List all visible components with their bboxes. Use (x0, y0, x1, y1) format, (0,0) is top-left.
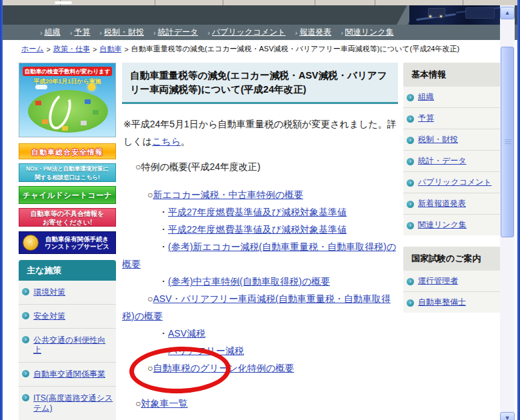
toc-link[interactable]: ASV減税 (168, 328, 205, 339)
nav-link-組織[interactable]: 組織 (45, 27, 61, 38)
sidebar-link-予算[interactable]: 予算 (418, 113, 434, 123)
notice-suffix: 。 (181, 136, 190, 147)
highway-night-photo (409, 5, 508, 25)
tax-change-notice: ※平成24年5月1日から自動車重量税の税額が変更されました。詳しくはこちら。 (123, 115, 397, 150)
list-bullet: ・ (159, 345, 168, 356)
child-seat-banner[interactable]: チャイルドシートコーナー (19, 186, 116, 204)
toc-link[interactable]: 自動車税のグリーン化特例の概要 (153, 363, 294, 373)
arrow-bullet-icon: › (407, 115, 414, 123)
toc-item: ・(参考)新エコカー減税(自動車重量税・自動車取得税)の概要 (122, 238, 398, 273)
nav-link-税制・財投[interactable]: 税制・財投 (104, 27, 144, 38)
nox-pm-banner[interactable]: NOx・PM法と自動車環境対策に 関する相談窓口はこちら! (19, 163, 116, 182)
toc-item: ・平成22年度燃費基準値及び減税対象基準値 (122, 221, 398, 238)
nav-link-関連リンク集[interactable]: 関連リンク集 (345, 27, 394, 38)
sidebar-link-運行管理者[interactable]: 運行管理者 (418, 276, 458, 285)
page-title: 自動車重量税等の減免(エコカー減税・ASV減税・バリアフリー車両減税等)について… (122, 63, 398, 104)
browser-top-strip (3, 0, 517, 5)
breadcrumb-link-政策・仕事[interactable]: 政策・仕事 (53, 44, 90, 54)
defect-banner-line2: お寄せください! (19, 218, 115, 227)
sidebar-link-税制・財投[interactable]: 税制・財投 (418, 135, 458, 144)
toc-text: 特例の概要(平成24年度改正) (141, 161, 260, 172)
toc-link[interactable]: 新エコカー減税・中古車特例の概要 (153, 189, 303, 200)
sidebar-menu-item: ›運行管理者 (403, 271, 505, 291)
nav-item: ›関連リンク集 (341, 27, 394, 38)
sidebar-link-関連リンク集[interactable]: 関連リンク集 (418, 220, 467, 229)
breadcrumb-separator: > (124, 45, 128, 53)
nav-link-パブリックコメント[interactable]: パブリックコメント (212, 27, 286, 38)
kochira-link[interactable]: こちら (152, 136, 181, 147)
toc-item: ○対象車一覧 (122, 395, 398, 412)
toc-item: ・ASV減税 (122, 325, 398, 342)
chevron-icon: › (40, 29, 43, 37)
sidebar-link-環境対策[interactable]: 環境対策 (33, 287, 65, 297)
arrow-bullet-icon: › (22, 370, 29, 377)
main-measures-header: 主な施策 (19, 260, 116, 281)
breadcrumb-current: 自動車重量税等の減免(エコカー減税・ASV減税・バリアフリー車両減税等)について… (131, 44, 459, 54)
arrow-bullet-icon: › (407, 137, 414, 144)
one-stop-service-banner[interactable]: ☝ 自動車保有関係手続き ワンストップサービス (19, 231, 116, 254)
sidebar-link-自動車整備士[interactable]: 自動車整備士 (418, 297, 466, 307)
scrollbar-grip (505, 139, 511, 145)
breadcrumb-link-ホーム[interactable]: ホーム (21, 44, 44, 54)
scrollbar-down-button[interactable]: ▼ (500, 412, 515, 420)
inspection-fee-banner[interactable]: 自動車の検査手数料が変わります 平成20年1月1日から実施 (19, 63, 116, 137)
window-border-right (517, 0, 520, 420)
toc-link[interactable]: (参考)中古車特例(自動車取得税)の概要 (168, 276, 330, 287)
toc-link[interactable]: バリアフリー減税 (168, 345, 244, 356)
defect-report-banner[interactable]: 自動車等の不具合情報を お寄せください! (19, 208, 116, 227)
toc-link[interactable]: 対象車一覧 (141, 398, 187, 409)
section-gap (403, 235, 505, 247)
sidebar-link-組織[interactable]: 組織 (418, 92, 434, 101)
scrollbar-thumb[interactable] (501, 47, 514, 237)
list-bullet: ・ (159, 241, 168, 252)
sidebar-link-自動車交通関係事業[interactable]: 自動車交通関係事業 (33, 369, 105, 379)
scrollbar-up-button[interactable]: ▲ (500, 7, 515, 19)
breadcrumb: ホーム>政策・仕事>自動車>自動車重量税等の減免(エコカー減税・ASV減税・バリ… (3, 40, 517, 58)
breadcrumb-link-自動車[interactable]: 自動車 (99, 44, 121, 54)
sidebar-menu-item: ›公共交通の利便性向上 (19, 328, 116, 362)
window-border-left (0, 0, 3, 420)
toc-item: ・(参考)中古車特例(自動車取得税)の概要 (122, 273, 398, 290)
nav-item: ›税制・財投 (99, 27, 144, 38)
nav-link-統計データ[interactable]: 統計データ (158, 27, 199, 38)
sidebar-menu-item: ›ITS(高度道路交通システム) (19, 386, 116, 420)
toc-link[interactable]: ASV・バリアフリー車両減税(自動車重量税・自動車取得税)の概要 (122, 293, 391, 321)
nox-pm-banner-line1: NOx・PM法と自動車環境対策に (19, 165, 115, 173)
toc-link[interactable]: 平成27年度燃費基準値及び減税対象基準値 (168, 207, 347, 217)
nav-item: ›パブリックコメント (207, 27, 285, 38)
list-bullet: ・ (159, 224, 168, 235)
sidebar-link-新着報道発表[interactable]: 新着報道発表 (418, 199, 466, 208)
arrow-bullet-icon: › (407, 179, 414, 187)
chevron-icon: › (153, 29, 156, 37)
nav-item: ›報道発表 (295, 27, 331, 38)
breadcrumb-separator: > (93, 45, 97, 53)
sidebar-menu-item: ›予算 (403, 107, 505, 129)
sidebar-menu-item: ›自動車交通関係事業 (19, 362, 116, 386)
right-sidebar: 基本情報›組織›予算›税制・財投›統計・データ›パブリックコメント›新着報道発表… (403, 63, 505, 313)
inspection-banner-subtitle: 平成20年1月1日から実施 (19, 77, 115, 86)
sidebar-link-ITS(高度道路交通システム)[interactable]: ITS(高度道路交通システム) (33, 393, 113, 413)
vertical-scrollbar[interactable]: ▲ ▼ (500, 5, 515, 420)
nav-item: ›組織 (40, 27, 61, 38)
toc-item: ○新エコカー減税・中古車特例の概要 (122, 186, 398, 203)
nav-link-予算[interactable]: 予算 (74, 27, 90, 38)
arrow-bullet-icon: › (407, 94, 414, 101)
left-sidebar: 自動車の検査手数料が変わります 平成20年1月1日から実施 自動車総合安全情報 … (19, 63, 116, 420)
toc-item: ・バリアフリー減税 (122, 342, 398, 359)
safety-info-banner[interactable]: 自動車総合安全情報 (19, 143, 116, 159)
toc-link[interactable]: 平成22年度燃費基準値及び減税対象基準値 (168, 224, 347, 235)
sidebar-menu-item: ›安全対策 (19, 304, 116, 328)
sidebar-menu-item: ›税制・財投 (403, 129, 505, 150)
arrow-bullet-icon: › (407, 201, 414, 208)
nav-item: ›予算 (70, 27, 91, 38)
sidebar-link-公共交通の利便性向上[interactable]: 公共交通の利便性向上 (33, 335, 105, 355)
nav-link-報道発表[interactable]: 報道発表 (299, 27, 331, 38)
sidebar-link-統計・データ[interactable]: 統計・データ (418, 156, 467, 165)
toc-item: ・平成27年度燃費基準値及び減税対象基準値 (122, 203, 398, 221)
chevron-icon: › (207, 29, 210, 37)
chevron-icon: › (70, 29, 73, 37)
sidebar-link-安全対策[interactable]: 安全対策 (33, 311, 65, 321)
sidebar-link-パブリックコメント[interactable]: パブリックコメント (418, 177, 492, 187)
list-bullet: ・ (159, 276, 168, 287)
nox-pm-banner-line2: 関する相談窓口はこちら! (19, 173, 115, 182)
